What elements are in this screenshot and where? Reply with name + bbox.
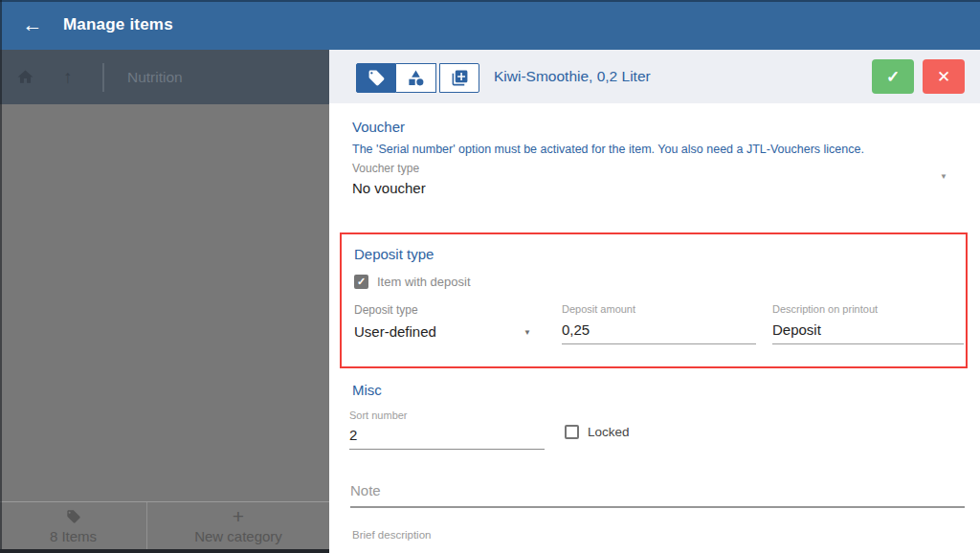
locked-label: Locked xyxy=(588,425,630,439)
breadcrumb-divider xyxy=(102,63,104,92)
note-field xyxy=(350,482,965,508)
locked-checkbox-row[interactable]: Locked xyxy=(565,425,630,439)
deposit-highlight-box: Deposit type ✓ Item with deposit Deposit… xyxy=(340,232,968,368)
locked-checkbox[interactable] xyxy=(565,425,579,439)
tag-icon xyxy=(66,508,81,525)
sort-number-field: Sort number xyxy=(349,409,545,450)
editor-tab-group xyxy=(356,63,479,93)
home-icon[interactable] xyxy=(14,67,35,88)
back-arrow-icon: ← xyxy=(23,13,43,36)
save-button[interactable]: ✓ xyxy=(872,59,914,94)
new-category-button[interactable]: + New category xyxy=(146,502,329,549)
tag-icon xyxy=(368,69,386,87)
deposit-type-select[interactable]: Deposit type User-defined ▼ xyxy=(354,303,531,340)
cancel-button[interactable]: ✕ xyxy=(923,59,965,94)
deposit-section-heading: Deposit type xyxy=(354,246,434,262)
up-level-icon[interactable]: ↑ xyxy=(57,67,78,88)
app-bar: ← Manage items xyxy=(0,0,980,50)
copy-plus-icon xyxy=(451,69,469,87)
printout-description-label: Description on printout xyxy=(772,303,964,315)
item-title: Kiwi-Smoothie, 0,2 Liter xyxy=(494,50,651,103)
deposit-amount-label: Deposit amount xyxy=(562,303,756,315)
deposit-type-value: User-defined xyxy=(354,323,436,340)
left-edge-line xyxy=(0,0,2,553)
bottom-edge-line xyxy=(0,549,329,553)
items-count-label: 8 Items xyxy=(50,528,97,544)
plus-icon: + xyxy=(233,508,244,525)
deposit-type-caret-down-icon: ▼ xyxy=(523,328,531,340)
new-category-label: New category xyxy=(194,528,282,544)
item-with-deposit-checkbox[interactable]: ✓ xyxy=(354,275,368,289)
sort-number-input[interactable] xyxy=(349,427,545,450)
misc-section-heading: Misc xyxy=(352,382,382,398)
deposit-amount-input[interactable] xyxy=(562,321,756,344)
shapes-icon xyxy=(407,69,425,87)
voucher-type-select[interactable]: Voucher type No voucher xyxy=(352,162,426,196)
voucher-caret-down-icon[interactable]: ▼ xyxy=(940,172,947,181)
voucher-type-value: No voucher xyxy=(352,180,426,196)
tab-item-details[interactable] xyxy=(356,63,396,93)
voucher-hint-text: The 'Serial number' option must be activ… xyxy=(352,143,864,156)
items-count-button[interactable]: 8 Items xyxy=(0,502,146,549)
item-with-deposit-label: Item with deposit xyxy=(377,275,471,289)
tab-duplicate[interactable] xyxy=(439,63,479,93)
voucher-type-label: Voucher type xyxy=(352,162,426,175)
deposit-type-label: Deposit type xyxy=(354,303,531,317)
page-title: Manage items xyxy=(63,0,173,50)
breadcrumb: Nutrition xyxy=(127,69,183,86)
sidebar-footer: 8 Items + New category xyxy=(0,501,329,549)
brief-description-label: Brief description xyxy=(352,529,431,541)
close-icon: ✕ xyxy=(937,67,950,87)
item-editor-panel: Kiwi-Smoothie, 0,2 Liter ✓ ✕ Voucher The… xyxy=(329,50,980,553)
check-icon: ✓ xyxy=(357,276,366,288)
sort-number-label: Sort number xyxy=(349,409,545,421)
manage-items-screen: ← Manage items ↑ Nutrition 8 Items + New… xyxy=(0,0,980,553)
note-input[interactable] xyxy=(350,482,965,508)
category-breadcrumb-bar: ↑ Nutrition xyxy=(0,50,329,104)
item-with-deposit-checkbox-row[interactable]: ✓ Item with deposit xyxy=(354,275,471,289)
printout-description-field: Description on printout xyxy=(772,303,964,344)
check-icon: ✓ xyxy=(886,67,900,87)
voucher-section-heading: Voucher xyxy=(352,119,405,135)
printout-description-input[interactable] xyxy=(772,321,964,344)
deposit-amount-field: Deposit amount xyxy=(562,303,756,344)
tab-variations[interactable] xyxy=(396,63,436,93)
back-button[interactable]: ← xyxy=(13,0,52,50)
category-sidebar: ↑ Nutrition 8 Items + New category xyxy=(0,50,329,553)
